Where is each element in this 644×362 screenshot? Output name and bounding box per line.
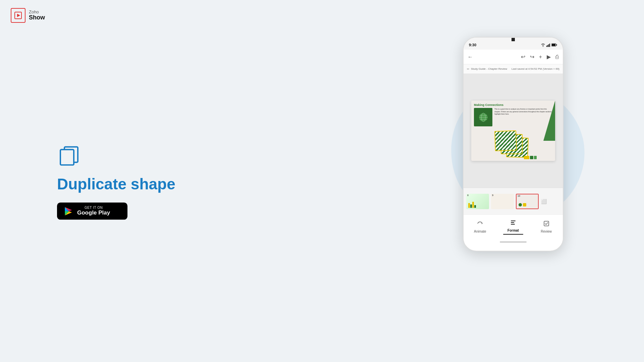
nav-animate[interactable]: Animate [464,220,497,233]
small-rects [524,156,537,159]
google-play-button[interactable]: GET IT ON Google Play [57,202,127,220]
zoho-show-logo-icon [11,8,25,23]
add-button[interactable]: + [539,54,542,60]
home-indicator [464,239,563,245]
presentation-icon[interactable]: ⬜ [541,194,547,209]
svg-rect-13 [556,44,557,46]
back-button[interactable]: ← [468,54,473,60]
file-name: Study Guide - Chapter Review [471,67,507,70]
slide-content: Making Connections This is a good time t… [471,101,555,161]
slide-thumb-10[interactable]: 10 [516,194,539,209]
play-button[interactable]: ▶ [547,54,551,60]
svg-rect-21 [511,221,516,221]
slide-canvas[interactable]: Making Connections This is a good time t… [464,74,563,188]
review-svg-icon [543,220,550,227]
home-bar [500,241,527,243]
svg-rect-3 [60,149,74,165]
nav-review[interactable]: Review [530,220,563,233]
battery-icon [551,43,557,47]
duplicate-shapes [495,131,535,158]
slide-num-9: 9 [492,194,493,196]
play-text-area: GET IT ON Google Play [77,206,110,216]
format-svg-icon [510,219,517,226]
file-info-bar: ✏ Study Guide - Chapter Review Last save… [464,64,563,74]
green-triangle [543,101,555,141]
time-display: 9:30 [469,43,476,47]
phone-area: 9:30 [433,23,594,275]
animate-icon [477,220,483,229]
feature-title: Duplicate shape [57,175,175,193]
slide-thumb-8[interactable]: 8 [466,194,489,209]
pencil-icon: ✏ [467,67,470,71]
shape-card-front [494,130,517,151]
slide-body: This is a good time to analyze any theme… [471,108,555,126]
file-name-area: ✏ Study Guide - Chapter Review [467,67,507,71]
slide-num-10: 10 [518,195,520,197]
slide-title: Making Connections [471,101,555,108]
duplicate-shape-icon [57,142,84,166]
slide-thumb-9[interactable]: 9 [491,194,514,209]
signal-icon [546,43,550,47]
svg-rect-22 [511,222,514,223]
logo-text: Zoho Show [29,10,45,21]
google-play-label: Google Play [77,209,110,216]
status-icons [541,43,557,47]
review-label: Review [541,230,552,233]
app-toolbar: ← ↩ ↪ + ▶ ⎙ [464,50,563,64]
phone-mockup: 9:30 [463,37,564,251]
left-content: Duplicate shape [57,142,175,220]
svg-rect-24 [544,221,549,226]
svg-marker-1 [17,14,20,17]
globe-icon [478,112,488,122]
review-icon [543,220,550,229]
slide-image [474,108,492,126]
format-label: Format [507,229,519,232]
share-button[interactable]: ⎙ [555,54,559,60]
slide-num-8: 8 [467,194,469,196]
svg-rect-9 [547,45,548,47]
svg-rect-10 [548,44,549,47]
status-bar: 9:30 [464,40,563,50]
animate-svg-icon [477,220,483,227]
svg-rect-23 [511,224,515,225]
zoho-label: Zoho [29,10,45,14]
svg-rect-11 [549,44,550,47]
wifi-icon [541,43,545,47]
animate-label: Animate [474,230,486,233]
show-label: Show [29,14,45,21]
bottom-nav: Animate Format [464,215,563,239]
logo-area: Zoho Show [11,8,45,23]
svg-rect-8 [546,46,547,47]
nav-format[interactable]: Format [497,219,530,235]
google-play-icon [64,206,73,216]
undo-button[interactable]: ↩ [521,54,525,60]
redo-button[interactable]: ↪ [530,54,534,60]
get-it-on-label: GET IT ON [77,206,110,209]
svg-rect-14 [552,44,555,46]
duplicate-icon-wrap [57,142,84,166]
play-icon [14,11,22,19]
format-icon [510,219,517,228]
last-saved: Last saved at 4:54:52 PM (Version = 69) [512,67,559,70]
slide-strip: 8 9 10 [464,188,563,215]
